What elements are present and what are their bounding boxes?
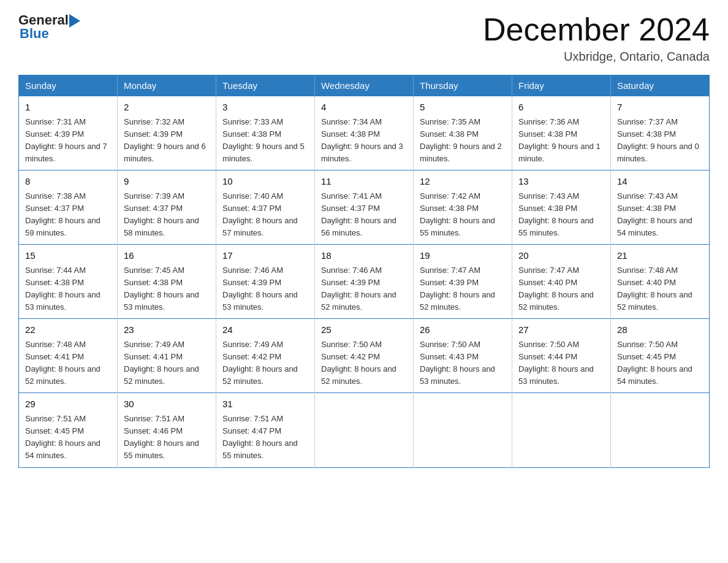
day-number: 14: [617, 175, 703, 189]
day-info: Sunrise: 7:47 AMSunset: 4:39 PMDaylight:…: [420, 266, 495, 312]
calendar-day-cell: 10 Sunrise: 7:40 AMSunset: 4:37 PMDaylig…: [216, 170, 315, 245]
day-number: 5: [420, 101, 506, 115]
calendar-day-cell: 12 Sunrise: 7:42 AMSunset: 4:38 PMDaylig…: [414, 170, 512, 245]
calendar-day-cell: 2 Sunrise: 7:32 AMSunset: 4:39 PMDayligh…: [118, 96, 216, 170]
calendar-day-cell: 6 Sunrise: 7:36 AMSunset: 4:38 PMDayligh…: [512, 96, 611, 170]
day-number: 28: [617, 323, 703, 337]
calendar-day-cell: 25 Sunrise: 7:50 AMSunset: 4:42 PMDaylig…: [315, 319, 414, 393]
day-info: Sunrise: 7:51 AMSunset: 4:47 PMDaylight:…: [222, 414, 298, 460]
logo: General Blue: [18, 12, 80, 42]
day-of-week-header: Saturday: [611, 75, 710, 96]
page-header: General Blue December 2024 Uxbridge, Ont…: [18, 12, 710, 64]
day-number: 19: [420, 249, 506, 263]
calendar-day-cell: 16 Sunrise: 7:45 AMSunset: 4:38 PMDaylig…: [118, 245, 216, 319]
calendar-day-cell: 4 Sunrise: 7:34 AMSunset: 4:38 PMDayligh…: [315, 96, 414, 170]
calendar-day-cell: 3 Sunrise: 7:33 AMSunset: 4:38 PMDayligh…: [216, 96, 315, 170]
day-info: Sunrise: 7:40 AMSunset: 4:37 PMDaylight:…: [222, 191, 298, 237]
calendar-day-cell: 13 Sunrise: 7:43 AMSunset: 4:38 PMDaylig…: [512, 170, 611, 245]
day-number: 24: [222, 323, 308, 337]
day-info: Sunrise: 7:48 AMSunset: 4:41 PMDaylight:…: [25, 340, 100, 386]
calendar-day-cell: [315, 393, 414, 467]
day-info: Sunrise: 7:32 AMSunset: 4:39 PMDaylight:…: [124, 117, 206, 163]
day-info: Sunrise: 7:50 AMSunset: 4:44 PMDaylight:…: [518, 340, 594, 386]
calendar-header-row: SundayMondayTuesdayWednesdayThursdayFrid…: [19, 75, 710, 96]
day-of-week-header: Friday: [512, 75, 611, 96]
calendar-day-cell: 8 Sunrise: 7:38 AMSunset: 4:37 PMDayligh…: [19, 170, 118, 245]
day-number: 10: [222, 175, 308, 189]
day-number: 11: [321, 175, 407, 189]
day-number: 4: [321, 101, 407, 115]
calendar-day-cell: 29 Sunrise: 7:51 AMSunset: 4:45 PMDaylig…: [19, 393, 118, 467]
day-number: 6: [518, 101, 604, 115]
subtitle: Uxbridge, Ontario, Canada: [483, 50, 710, 64]
day-of-week-header: Thursday: [414, 75, 512, 96]
day-info: Sunrise: 7:50 AMSunset: 4:43 PMDaylight:…: [420, 340, 495, 386]
day-of-week-header: Tuesday: [216, 75, 315, 96]
day-info: Sunrise: 7:39 AMSunset: 4:37 PMDaylight:…: [124, 191, 199, 237]
calendar-day-cell: 28 Sunrise: 7:50 AMSunset: 4:45 PMDaylig…: [611, 319, 710, 393]
calendar-day-cell: [611, 393, 710, 467]
day-info: Sunrise: 7:50 AMSunset: 4:42 PMDaylight:…: [321, 340, 396, 386]
day-info: Sunrise: 7:48 AMSunset: 4:40 PMDaylight:…: [617, 266, 692, 312]
calendar-week-row: 22 Sunrise: 7:48 AMSunset: 4:41 PMDaylig…: [19, 319, 710, 393]
day-of-week-header: Monday: [118, 75, 216, 96]
day-number: 7: [617, 101, 703, 115]
day-number: 26: [420, 323, 506, 337]
calendar-day-cell: 11 Sunrise: 7:41 AMSunset: 4:37 PMDaylig…: [315, 170, 414, 245]
calendar-day-cell: 30 Sunrise: 7:51 AMSunset: 4:46 PMDaylig…: [118, 393, 216, 467]
day-number: 9: [124, 175, 210, 189]
title-block: December 2024 Uxbridge, Ontario, Canada: [483, 12, 710, 64]
day-info: Sunrise: 7:49 AMSunset: 4:42 PMDaylight:…: [222, 340, 298, 386]
page-title: December 2024: [483, 12, 710, 47]
day-of-week-header: Sunday: [19, 75, 118, 96]
day-number: 2: [124, 101, 210, 115]
calendar-week-row: 1 Sunrise: 7:31 AMSunset: 4:39 PMDayligh…: [19, 96, 710, 170]
calendar-week-row: 15 Sunrise: 7:44 AMSunset: 4:38 PMDaylig…: [19, 245, 710, 319]
day-number: 17: [222, 249, 308, 263]
day-number: 3: [222, 101, 308, 115]
day-number: 8: [25, 175, 111, 189]
svg-marker-0: [69, 14, 80, 28]
day-info: Sunrise: 7:35 AMSunset: 4:38 PMDaylight:…: [420, 117, 502, 163]
day-info: Sunrise: 7:34 AMSunset: 4:38 PMDaylight:…: [321, 117, 403, 163]
day-number: 22: [25, 323, 111, 337]
calendar-day-cell: 21 Sunrise: 7:48 AMSunset: 4:40 PMDaylig…: [611, 245, 710, 319]
day-info: Sunrise: 7:43 AMSunset: 4:38 PMDaylight:…: [518, 191, 594, 237]
calendar-table: SundayMondayTuesdayWednesdayThursdayFrid…: [18, 75, 710, 467]
calendar-day-cell: [512, 393, 611, 467]
calendar-day-cell: 15 Sunrise: 7:44 AMSunset: 4:38 PMDaylig…: [19, 245, 118, 319]
day-number: 21: [617, 249, 703, 263]
day-info: Sunrise: 7:33 AMSunset: 4:38 PMDaylight:…: [222, 117, 305, 163]
day-info: Sunrise: 7:47 AMSunset: 4:40 PMDaylight:…: [518, 266, 594, 312]
day-info: Sunrise: 7:38 AMSunset: 4:37 PMDaylight:…: [25, 191, 100, 237]
day-of-week-header: Wednesday: [315, 75, 414, 96]
day-info: Sunrise: 7:51 AMSunset: 4:46 PMDaylight:…: [124, 414, 199, 460]
day-number: 12: [420, 175, 506, 189]
calendar-day-cell: 19 Sunrise: 7:47 AMSunset: 4:39 PMDaylig…: [414, 245, 512, 319]
day-info: Sunrise: 7:41 AMSunset: 4:37 PMDaylight:…: [321, 191, 396, 237]
calendar-day-cell: 24 Sunrise: 7:49 AMSunset: 4:42 PMDaylig…: [216, 319, 315, 393]
day-info: Sunrise: 7:31 AMSunset: 4:39 PMDaylight:…: [25, 117, 107, 163]
day-number: 16: [124, 249, 210, 263]
day-info: Sunrise: 7:46 AMSunset: 4:39 PMDaylight:…: [222, 266, 298, 312]
day-number: 30: [124, 397, 210, 412]
day-info: Sunrise: 7:37 AMSunset: 4:38 PMDaylight:…: [617, 117, 699, 163]
logo-arrow-icon: [69, 14, 80, 28]
day-number: 31: [222, 397, 308, 412]
day-info: Sunrise: 7:42 AMSunset: 4:38 PMDaylight:…: [420, 191, 495, 237]
day-info: Sunrise: 7:51 AMSunset: 4:45 PMDaylight:…: [25, 414, 100, 460]
day-number: 18: [321, 249, 407, 263]
day-number: 13: [518, 175, 604, 189]
day-number: 29: [25, 397, 111, 412]
calendar-day-cell: 1 Sunrise: 7:31 AMSunset: 4:39 PMDayligh…: [19, 96, 118, 170]
calendar-week-row: 8 Sunrise: 7:38 AMSunset: 4:37 PMDayligh…: [19, 170, 710, 245]
day-number: 25: [321, 323, 407, 337]
calendar-day-cell: 22 Sunrise: 7:48 AMSunset: 4:41 PMDaylig…: [19, 319, 118, 393]
calendar-day-cell: 20 Sunrise: 7:47 AMSunset: 4:40 PMDaylig…: [512, 245, 611, 319]
calendar-week-row: 29 Sunrise: 7:51 AMSunset: 4:45 PMDaylig…: [19, 393, 710, 467]
logo-blue: Blue: [20, 26, 49, 42]
calendar-day-cell: 26 Sunrise: 7:50 AMSunset: 4:43 PMDaylig…: [414, 319, 512, 393]
day-info: Sunrise: 7:44 AMSunset: 4:38 PMDaylight:…: [25, 266, 100, 312]
day-info: Sunrise: 7:45 AMSunset: 4:38 PMDaylight:…: [124, 266, 199, 312]
calendar-day-cell: 5 Sunrise: 7:35 AMSunset: 4:38 PMDayligh…: [414, 96, 512, 170]
